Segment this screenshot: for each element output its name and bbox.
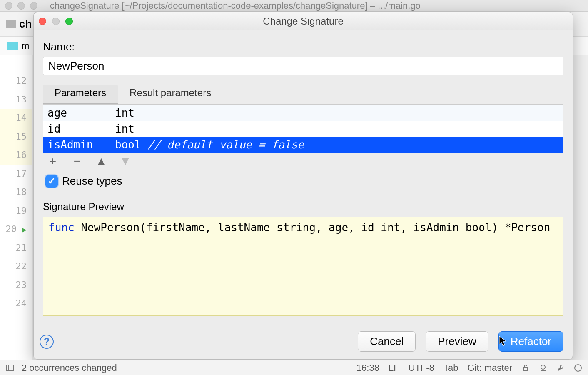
run-marker-icon[interactable]: ▶ xyxy=(22,223,27,236)
name-input[interactable] xyxy=(43,57,563,75)
dialog-title: Change Signature xyxy=(34,15,573,27)
line-number: 19 xyxy=(0,202,32,220)
signature-preview-label: Signature Preview xyxy=(43,201,124,212)
help-button[interactable]: ? xyxy=(40,335,54,349)
dialog-titlebar: Change Signature xyxy=(34,12,573,30)
main-window-titlebar: changeSignature [~/Projects/documentatio… xyxy=(0,0,588,12)
folder-icon xyxy=(6,20,16,28)
main-window-title: changeSignature [~/Projects/documentatio… xyxy=(50,0,421,11)
caret-position[interactable]: 16:38 xyxy=(356,362,379,373)
svg-rect-0 xyxy=(6,365,14,371)
parameters-table[interactable]: ageintidintisAdminbool // default value … xyxy=(43,105,563,153)
remove-parameter-button[interactable]: − xyxy=(71,155,83,168)
vcs-branch[interactable]: Git: master xyxy=(467,362,512,373)
parameter-row[interactable]: ageint xyxy=(43,105,563,121)
line-number: 16 xyxy=(0,146,32,165)
move-up-button[interactable]: ▲ xyxy=(95,155,107,168)
signature-text: NewPerson(firstName, lastName string, ag… xyxy=(75,221,551,234)
tab-result-parameters[interactable]: Result parameters xyxy=(118,85,223,104)
reuse-types-row: ✓ Reuse types xyxy=(45,175,563,188)
file-name-fragment: m xyxy=(22,40,29,51)
reuse-types-checkbox[interactable]: ✓ xyxy=(45,175,58,188)
line-number: 14 xyxy=(0,109,32,128)
dialog-footer: ? Cancel Preview Refactor xyxy=(34,324,573,359)
param-type: bool // default value = false xyxy=(115,138,559,151)
parameter-row[interactable]: isAdminbool // default value = false xyxy=(43,137,563,152)
notification-icon[interactable] xyxy=(574,364,582,372)
main-close-dot[interactable] xyxy=(5,2,12,10)
move-down-button[interactable]: ▼ xyxy=(120,155,131,168)
tab-parameters[interactable]: Parameters xyxy=(43,85,118,104)
cancel-button[interactable]: Cancel xyxy=(358,331,416,352)
reuse-types-label: Reuse types xyxy=(62,175,122,188)
svg-point-4 xyxy=(575,365,581,371)
file-encoding[interactable]: UTF-8 xyxy=(409,362,434,373)
lock-icon[interactable] xyxy=(521,364,530,372)
main-max-dot[interactable] xyxy=(30,2,37,10)
panel-icon[interactable] xyxy=(6,364,14,372)
status-message: 2 occurrences changed xyxy=(22,362,117,373)
add-parameter-button[interactable]: + xyxy=(47,155,59,168)
go-file-icon xyxy=(7,42,18,50)
param-name: isAdmin xyxy=(47,138,115,151)
signature-preview-header: Signature Preview xyxy=(43,201,563,212)
param-name: age xyxy=(47,107,115,119)
signature-preview-box: func NewPerson(firstName, lastName strin… xyxy=(43,217,563,316)
indent-mode[interactable]: Tab xyxy=(443,362,458,373)
inspector-icon[interactable] xyxy=(539,364,547,372)
param-name: id xyxy=(47,122,115,135)
divider xyxy=(129,207,563,207)
status-right: 16:38 LF UTF-8 Tab Git: master xyxy=(356,362,582,373)
status-bar: 2 occurrences changed 16:38 LF UTF-8 Tab… xyxy=(0,360,588,375)
line-number: 20 ▶ xyxy=(0,220,32,239)
dialog-body: Name: Parameters Result parameters agein… xyxy=(34,30,573,324)
param-type: int xyxy=(115,107,559,119)
editor-gutter: 121314151617181920 ▶21222324 xyxy=(0,55,32,360)
main-min-dot[interactable] xyxy=(17,2,25,10)
line-separator[interactable]: LF xyxy=(389,362,399,373)
line-number: 17 xyxy=(0,165,32,183)
main-traffic-lights xyxy=(5,2,37,10)
line-number: 24 xyxy=(0,294,32,313)
line-number: 18 xyxy=(0,183,32,202)
wrench-icon[interactable] xyxy=(556,364,565,372)
line-number: 21 xyxy=(0,239,32,258)
line-number: 15 xyxy=(0,128,32,146)
name-label: Name: xyxy=(43,40,563,53)
svg-point-3 xyxy=(541,365,545,369)
project-name-fragment: ch xyxy=(19,18,32,30)
line-number: 12 xyxy=(0,72,32,90)
change-signature-dialog: Change Signature Name: Parameters Result… xyxy=(33,12,573,360)
refactor-button[interactable]: Refactor xyxy=(498,331,563,352)
param-comment: // default value = false xyxy=(147,138,304,151)
line-number: 23 xyxy=(0,276,32,295)
line-number: 13 xyxy=(0,90,32,109)
tabs: Parameters Result parameters xyxy=(43,85,563,105)
keyword-func: func xyxy=(48,221,75,234)
line-number: 22 xyxy=(0,257,32,276)
parameters-toolbar: + − ▲ ▼ xyxy=(43,153,563,170)
preview-button[interactable]: Preview xyxy=(426,331,488,352)
parameter-row[interactable]: idint xyxy=(43,121,563,137)
svg-rect-2 xyxy=(523,368,528,371)
param-type: int xyxy=(115,122,559,135)
